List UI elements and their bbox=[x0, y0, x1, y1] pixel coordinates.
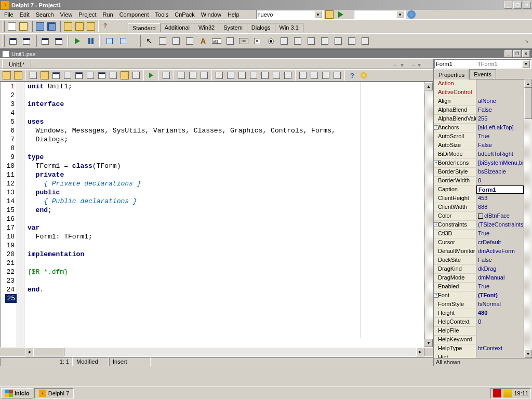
editor-tool[interactable] bbox=[282, 70, 294, 81]
menu-component[interactable]: Component bbox=[119, 11, 149, 18]
editor-tool[interactable] bbox=[28, 70, 39, 81]
view-unit-button[interactable] bbox=[6, 34, 20, 48]
tray-icon[interactable] bbox=[503, 389, 512, 397]
taskbar-app[interactable]: 7 Delphi 7 bbox=[34, 388, 74, 398]
combobox-component[interactable] bbox=[291, 34, 304, 48]
editor-tool[interactable] bbox=[145, 70, 157, 81]
editor-tool[interactable] bbox=[225, 70, 236, 81]
button-component[interactable]: OK bbox=[237, 34, 250, 48]
run-button[interactable] bbox=[71, 34, 84, 48]
toolbar-btn[interactable] bbox=[336, 10, 346, 19]
menu-view[interactable]: View bbox=[60, 11, 73, 18]
run-params-combo[interactable]: nuevo ▼ bbox=[256, 10, 324, 19]
editor-tool[interactable] bbox=[39, 70, 50, 81]
nav-forward-button[interactable]: → ▾ bbox=[410, 61, 421, 69]
tray-antivirus-icon[interactable] bbox=[493, 389, 501, 397]
prop-font[interactable]: +Font(TFont) bbox=[434, 291, 524, 300]
prop-height[interactable]: Height480 bbox=[434, 309, 524, 318]
editor-tool[interactable] bbox=[50, 70, 62, 81]
editor-tool[interactable] bbox=[198, 70, 210, 81]
horizontal-scrollbar[interactable]: ◄ ► bbox=[0, 348, 433, 356]
open-project-button[interactable] bbox=[62, 21, 74, 32]
prop-activecontrol[interactable]: ActiveControl bbox=[434, 88, 524, 97]
memo-component[interactable] bbox=[223, 34, 237, 48]
view-form-button[interactable] bbox=[20, 34, 33, 48]
new-form-button[interactable] bbox=[52, 34, 65, 48]
frames-component[interactable] bbox=[156, 34, 169, 48]
prop-docksite[interactable]: DockSiteFalse bbox=[434, 256, 524, 265]
prop-helpcontext[interactable]: HelpContext0 bbox=[434, 318, 524, 327]
editor-tool[interactable] bbox=[85, 70, 96, 81]
prop-helptype[interactable]: HelpTypehtContext bbox=[434, 344, 524, 353]
scroll-right-button[interactable]: ► bbox=[416, 348, 424, 356]
prop-helpkeyword[interactable]: HelpKeyword bbox=[434, 336, 524, 344]
menu-window[interactable]: Window bbox=[201, 11, 221, 18]
actionlist-component[interactable] bbox=[358, 34, 372, 48]
code-editor[interactable]: 1234567891011121314151617181920212223242… bbox=[0, 82, 433, 348]
prop-constraints[interactable]: +Constraints(TSizeConstraints) bbox=[434, 221, 524, 230]
scroll-left-button[interactable]: ◄ bbox=[25, 348, 33, 356]
editor-tool[interactable] bbox=[12, 70, 24, 81]
editor-tool[interactable] bbox=[176, 70, 187, 81]
dropdown-icon[interactable]: ▼ bbox=[522, 60, 530, 68]
menu-edit[interactable]: Edit bbox=[20, 11, 30, 18]
prop-helpfile[interactable]: HelpFile bbox=[434, 327, 524, 336]
toggle-form-unit-button[interactable] bbox=[38, 34, 52, 48]
tray-clock[interactable]: 19:11 bbox=[514, 390, 528, 396]
scroll-up-button[interactable]: ▲ bbox=[424, 82, 433, 90]
maximize-button[interactable]: ❐ bbox=[513, 2, 522, 9]
editor-tool[interactable] bbox=[309, 70, 320, 81]
system-tray[interactable]: 19:11 bbox=[490, 388, 531, 398]
child-minimize-button[interactable]: _ bbox=[504, 50, 512, 57]
editor-tool[interactable] bbox=[62, 70, 73, 81]
prop-dragkind[interactable]: DragKinddkDrag bbox=[434, 265, 524, 274]
menu-project[interactable]: Project bbox=[78, 11, 96, 18]
prop-color[interactable]: ColorclBtnFace bbox=[434, 212, 524, 221]
chevron-icon[interactable]: ↘ bbox=[525, 38, 531, 44]
prop-clientwidth[interactable]: ClientWidth688 bbox=[434, 203, 524, 212]
radiobutton-component[interactable] bbox=[264, 34, 277, 48]
prop-alphablend[interactable]: AlphaBlendFalse bbox=[434, 106, 524, 115]
menu-tools[interactable]: Tools bbox=[155, 11, 169, 18]
editor-tool[interactable] bbox=[214, 70, 225, 81]
prop-ctl3d[interactable]: Ctl3DTrue bbox=[434, 230, 524, 238]
prop-formstyle[interactable]: FormStylefsNormal bbox=[434, 300, 524, 309]
editor-tool[interactable] bbox=[96, 70, 108, 81]
start-button[interactable]: Inicio bbox=[1, 388, 33, 398]
close-button[interactable]: ✕ bbox=[523, 2, 531, 9]
palette-tab-system[interactable]: System bbox=[219, 23, 247, 32]
editor-tool[interactable] bbox=[358, 70, 369, 81]
editor-tool[interactable] bbox=[271, 70, 282, 81]
prop-caption[interactable]: CaptionForm1 bbox=[434, 185, 524, 194]
editor-tool[interactable] bbox=[320, 70, 331, 81]
secondary-combo[interactable]: ▼ bbox=[354, 10, 406, 19]
radiogroup-component[interactable] bbox=[331, 34, 345, 48]
editor-tool[interactable] bbox=[1, 70, 12, 81]
prop-action[interactable]: Action bbox=[434, 79, 524, 88]
pointer-tool[interactable]: ↖ bbox=[142, 34, 156, 48]
label-component[interactable]: A bbox=[196, 34, 210, 48]
prop-hint[interactable]: Hint bbox=[434, 353, 524, 358]
minimize-button[interactable]: _ bbox=[504, 2, 512, 9]
new-button[interactable] bbox=[6, 21, 18, 32]
oi-grid[interactable]: ActionActiveControlAlignalNoneAlphaBlend… bbox=[434, 79, 532, 358]
toolbar-btn[interactable] bbox=[324, 10, 335, 19]
prop-autoscroll[interactable]: AutoScrollTrue bbox=[434, 132, 524, 141]
menu-cnpack[interactable]: CnPack bbox=[175, 11, 195, 18]
listbox-component[interactable] bbox=[277, 34, 291, 48]
prop-bordericons[interactable]: +BorderIcons[biSystemMenu,biMinimize,biM… bbox=[434, 159, 524, 168]
prop-autosize[interactable]: AutoSizeFalse bbox=[434, 141, 524, 150]
nav-back-button[interactable]: ← ▾ bbox=[392, 61, 403, 69]
dropdown-icon[interactable]: ▼ bbox=[314, 11, 322, 18]
scrollbar-component[interactable] bbox=[304, 34, 318, 48]
prop-borderstyle[interactable]: BorderStylebsSizeable bbox=[434, 168, 524, 177]
trace-into-button[interactable] bbox=[103, 34, 116, 48]
oi-scrollbar[interactable]: ▲ ▼ bbox=[524, 79, 532, 358]
step-over-button[interactable] bbox=[116, 34, 130, 48]
code-text[interactable]: unit Unit1; interface uses Windows, Mess… bbox=[24, 82, 424, 347]
editor-tool[interactable] bbox=[130, 70, 142, 81]
menu-search[interactable]: Search bbox=[36, 11, 54, 18]
scroll-down-button[interactable]: ▼ bbox=[424, 339, 433, 347]
editor-tool[interactable] bbox=[73, 70, 85, 81]
dropdown-icon[interactable]: ▼ bbox=[396, 11, 404, 18]
